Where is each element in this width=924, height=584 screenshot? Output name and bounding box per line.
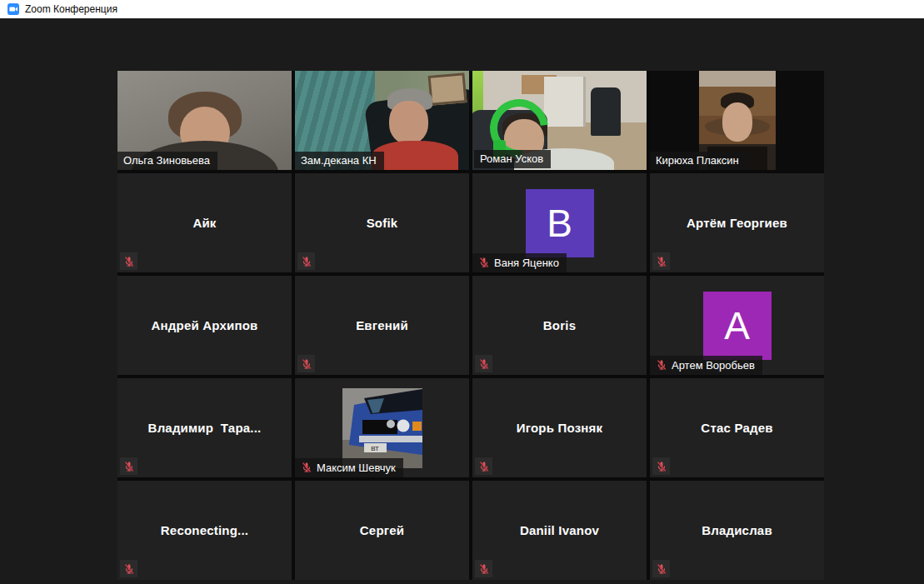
participant-tile[interactable]: Ольга Зиновьева [117, 71, 292, 170]
muted-mic-icon [478, 461, 490, 472]
participant-name: Sofik [295, 173, 469, 272]
muted-mic-icon [301, 358, 312, 370]
muted-mic-icon [123, 256, 135, 267]
participant-tile[interactable]: Boris [472, 276, 647, 375]
participant-tile[interactable]: Сергей [295, 481, 469, 580]
muted-mic-icon [478, 563, 490, 575]
participant-name: Игорь Позняк [472, 378, 647, 477]
participant-name: Артем Воробьев [672, 360, 755, 371]
participant-tile[interactable]: Кирюха Плаксин [650, 71, 824, 170]
participant-name-label: Зам.декана КН [295, 152, 384, 170]
mic-status [120, 252, 137, 270]
participant-name-label: Ольга Зиновьева [117, 152, 217, 170]
picture-frame [428, 72, 467, 106]
mic-status [120, 560, 137, 577]
participant-tile[interactable]: Reconecting... [117, 481, 292, 580]
muted-mic-icon [123, 461, 135, 472]
participant-tile[interactable]: Роман Усков [472, 71, 647, 170]
participant-name: Артём Георгиев [650, 173, 824, 272]
svg-text:ВТ: ВТ [371, 445, 379, 452]
participant-name: Ваня Яценко [494, 257, 559, 268]
participant-tile[interactable]: Владимир Тара... [117, 378, 292, 477]
participant-name: Владимир Тара... [117, 378, 292, 477]
participant-tile[interactable]: Евгений [295, 276, 469, 375]
participant-name: Андрей Архипов [117, 276, 292, 375]
participant-tile[interactable]: Владислав [650, 481, 824, 580]
muted-mic-icon [478, 257, 490, 268]
window-title: Zoom Конференция [25, 0, 117, 18]
participant-tile[interactable]: В Ваня Яценко [472, 173, 647, 272]
participant-name: Айк [117, 173, 292, 272]
participant-tile[interactable]: Андрей Архипов [117, 276, 292, 375]
avatar: В [526, 189, 594, 257]
muted-mic-icon [301, 256, 312, 267]
participant-tile[interactable]: Игорь Позняк [472, 378, 647, 477]
participant-tile[interactable]: А Артем Воробьев [650, 276, 824, 375]
participant-name-label: Ваня Яценко [472, 253, 567, 272]
red-shirt [372, 141, 458, 170]
participant-name: Стас Радев [650, 378, 824, 477]
participant-name: Daniil Ivanov [472, 481, 647, 580]
participant-name-label: Роман Усков [474, 150, 551, 168]
mic-status [652, 252, 670, 270]
avatar: А [703, 292, 772, 360]
participant-name: Максим Шевчук [317, 462, 396, 473]
participant-name: Владислав [650, 481, 824, 580]
participant-tile[interactable]: Sofik [295, 173, 469, 272]
mic-status [652, 457, 670, 475]
meeting-canvas: Ольга Зиновьева Зам.декана КН Роман Уско… [0, 18, 924, 584]
participant-tile[interactable]: Стас Радев [650, 378, 824, 477]
participant-name-label: Кирюха Плаксин [650, 152, 747, 170]
person-face [389, 101, 428, 144]
person-face [722, 102, 752, 142]
muted-mic-icon [478, 358, 490, 370]
mic-status [475, 457, 492, 475]
window-titlebar[interactable]: Zoom Конференция [0, 0, 924, 18]
office-chair [591, 87, 621, 136]
participant-tile[interactable]: Артём Георгиев [650, 173, 824, 272]
participant-name: Ольга Зиновьева [123, 155, 210, 166]
participant-name: Boris [472, 276, 647, 375]
muted-mic-icon [656, 359, 667, 371]
participant-name: Reconecting... [117, 481, 292, 580]
whiteboard [544, 77, 586, 127]
mic-status [475, 560, 492, 577]
muted-mic-icon [656, 256, 667, 267]
participant-name: Зам.декана КН [301, 155, 377, 166]
participant-name: Роман Усков [480, 153, 543, 164]
muted-mic-icon [301, 462, 312, 473]
muted-mic-icon [656, 461, 667, 472]
participant-tile[interactable]: Айк [117, 173, 292, 272]
mic-status [297, 252, 315, 270]
participant-tile[interactable]: ВТ Максим Шевчук [295, 378, 469, 477]
mic-status [475, 355, 492, 372]
zoom-camera-icon [7, 3, 19, 15]
participant-name-label: Максим Шевчук [295, 458, 403, 477]
participant-name: Евгений [295, 276, 469, 375]
mic-status [652, 560, 670, 577]
participant-tile[interactable]: Daniil Ivanov [472, 481, 647, 580]
participant-name-label: Артем Воробьев [650, 356, 762, 375]
muted-mic-icon [123, 563, 135, 575]
gallery-grid: Ольга Зиновьева Зам.декана КН Роман Уско… [117, 71, 824, 580]
participant-tile[interactable]: Зам.декана КН [295, 71, 469, 170]
participant-name: Кирюха Плаксин [656, 155, 739, 166]
mic-status [120, 457, 137, 475]
mic-status [297, 355, 315, 372]
participant-name: Сергей [295, 481, 469, 580]
car-avatar-image: ВТ [342, 388, 422, 468]
muted-mic-icon [656, 563, 667, 575]
